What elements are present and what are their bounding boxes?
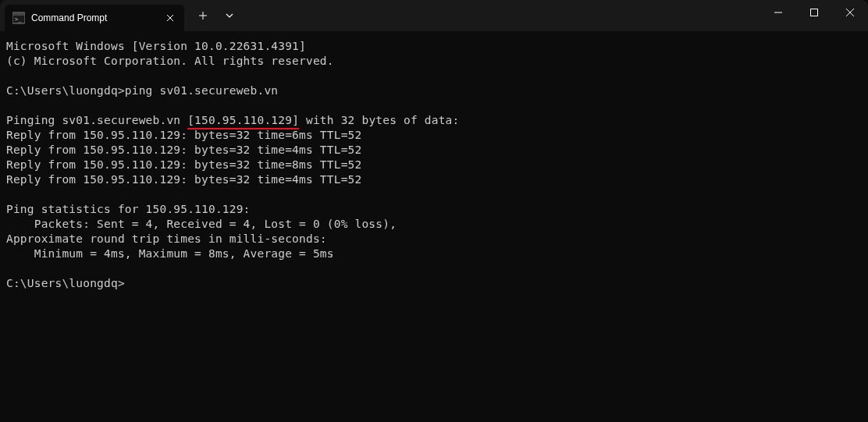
ping-header-pre: Pinging sv01.secureweb.vn (6, 114, 187, 126)
tab-dropdown-button[interactable] (219, 5, 240, 27)
stats-rtt-header: Approximate round trip times in milli-se… (6, 232, 327, 245)
terminal-output[interactable]: Microsoft Windows [Version 10.0.22631.43… (0, 31, 868, 299)
cmd-icon: >_ (12, 12, 25, 24)
titlebar-actions (184, 5, 240, 27)
stats-header: Ping statistics for 150.95.110.129: (6, 203, 251, 215)
close-button[interactable] (832, 0, 868, 25)
ping-reply: Reply from 150.95.110.129: bytes=32 time… (6, 144, 361, 156)
window-controls (760, 0, 868, 31)
tab-title: Command Prompt (31, 12, 158, 23)
ping-reply: Reply from 150.95.110.129: bytes=32 time… (6, 158, 361, 171)
command-text: ping sv01.secureweb.vn (125, 84, 278, 97)
stats-rtt: Minimum = 4ms, Maximum = 8ms, Average = … (6, 247, 334, 260)
minimize-button[interactable] (760, 0, 796, 25)
copyright-line: (c) Microsoft Corporation. All rights re… (6, 55, 334, 67)
titlebar: >_ Command Prompt (0, 0, 868, 31)
stats-packets: Packets: Sent = 4, Received = 4, Lost = … (6, 218, 397, 230)
ping-header-post: with 32 bytes of data: (299, 114, 459, 126)
maximize-button[interactable] (796, 0, 832, 25)
ping-reply: Reply from 150.95.110.129: bytes=32 time… (6, 129, 361, 141)
ping-ip-highlight: [150.95.110.129] (187, 113, 299, 128)
tab-close-button[interactable] (164, 12, 176, 24)
svg-text:>_: >_ (15, 16, 22, 23)
version-line: Microsoft Windows [Version 10.0.22631.43… (6, 40, 306, 52)
new-tab-button[interactable] (192, 5, 214, 27)
ping-reply: Reply from 150.95.110.129: bytes=32 time… (6, 173, 361, 186)
prompt-path: C:\Users\luongdq> (6, 84, 125, 97)
prompt-path: C:\Users\luongdq> (6, 277, 125, 289)
tab-command-prompt[interactable]: >_ Command Prompt (5, 5, 184, 31)
svg-rect-3 (811, 9, 818, 16)
